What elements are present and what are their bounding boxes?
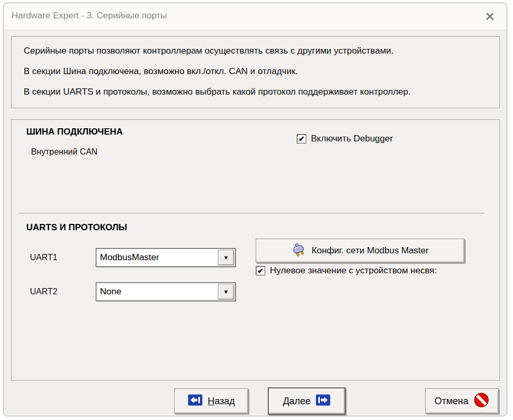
intro-line-3: В секции UARTS и протоколы, возможно выб… (24, 87, 411, 97)
next-button-mnemonic: Д (283, 396, 289, 406)
arrow-left-to-bar-icon (188, 394, 203, 408)
window-title: Hardware Expert - 3. Серийные порты (12, 11, 167, 21)
next-button[interactable]: Далее (268, 387, 346, 415)
modbus-config-button-label: Конфиг. сети Modbus Master (311, 245, 428, 256)
debugger-checkbox-label: Включить Debugger (311, 134, 393, 144)
checkbox-check-icon[interactable]: ✔ (297, 134, 306, 144)
cancel-button[interactable]: Отмена (425, 388, 499, 414)
next-button-rest: алее (289, 396, 311, 406)
bus-name: Внутренний CAN (31, 147, 97, 157)
back-button-label: Назад (208, 396, 235, 407)
debugger-checkbox[interactable]: ✔ Включить Debugger (297, 134, 393, 144)
intro-panel: Серийные порты позволяют контроллерам ос… (11, 36, 500, 108)
uart1-combobox[interactable]: ModbusMaster ▼ (96, 248, 236, 267)
uart2-dropdown-button[interactable]: ▼ (218, 284, 234, 300)
arrow-right-from-bar-icon (316, 394, 330, 408)
back-button[interactable]: Назад (174, 388, 248, 414)
plug-icon (291, 243, 306, 259)
uart2-label: UART2 (30, 287, 57, 296)
back-button-mnemonic: Н (208, 396, 215, 406)
chevron-down-icon: ▼ (223, 289, 229, 295)
uart2-combobox-value: None (96, 283, 217, 301)
uart-section-heading: UARTS И ПРОТОКОЛЫ (26, 222, 127, 233)
chevron-down-icon: ▼ (223, 254, 229, 261)
uart1-combobox-value: ModbusMaster (96, 249, 217, 267)
intro-line-2: В секции Шина подключена, возможно вкл./… (24, 66, 298, 77)
no-entry-icon (474, 392, 489, 411)
intro-line-1: Серийные порты позволяют контроллерам ос… (24, 46, 394, 56)
main-panel: ШИНА ПОДКЛЮЧЕНА Внутренний CAN ✔ Включит… (11, 119, 500, 381)
uart1-label: UART1 (30, 253, 57, 262)
close-icon[interactable]: ✕ (481, 8, 498, 25)
modbus-config-button[interactable]: Конфиг. сети Modbus Master (256, 239, 465, 263)
cancel-button-label: Отмена (435, 396, 469, 407)
title-bar: Hardware Expert - 3. Серийные порты ✕ (4, 3, 507, 30)
null-value-checkbox-label: Нулевое значение с устройством несвя: (270, 265, 437, 276)
uart2-combobox[interactable]: None ▼ (96, 282, 236, 301)
back-button-rest: азад (215, 396, 235, 406)
checkbox-check-icon[interactable]: ✔ (256, 266, 265, 275)
bus-section-heading: ШИНА ПОДКЛЮЧЕНА (26, 127, 123, 137)
section-divider (19, 213, 485, 214)
wizard-dialog: Hardware Expert - 3. Серийные порты ✕ Се… (3, 3, 507, 416)
uart1-dropdown-button[interactable]: ▼ (218, 250, 234, 265)
next-button-label: Далее (283, 396, 311, 407)
null-value-checkbox[interactable]: ✔ Нулевое значение с устройством несвя: (256, 265, 437, 276)
